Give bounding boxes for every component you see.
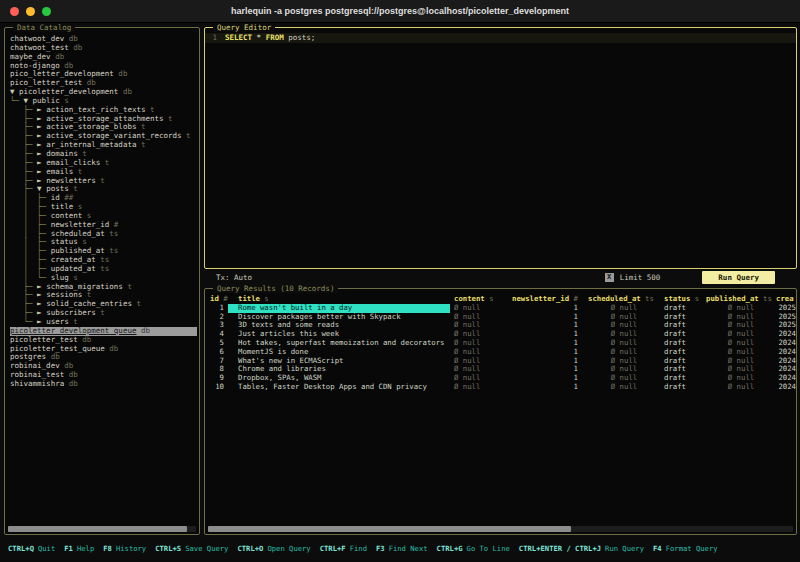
- collapsed-arrow-icon[interactable]: ►: [37, 308, 46, 317]
- column-header-content[interactable]: content s: [450, 295, 512, 304]
- result-cell[interactable]: Just articles this week: [228, 330, 450, 339]
- shortcut-history[interactable]: F8History: [103, 544, 146, 553]
- result-cell[interactable]: 1: [512, 374, 588, 383]
- result-cell[interactable]: Ø null: [706, 313, 776, 322]
- result-cell[interactable]: 10: [208, 383, 228, 392]
- result-cell[interactable]: Ø null: [450, 304, 512, 313]
- result-cell[interactable]: Discover packages better with Skypack: [228, 313, 450, 322]
- result-cell[interactable]: 2024: [776, 330, 796, 339]
- result-cell[interactable]: 5: [208, 339, 228, 348]
- result-cell[interactable]: Ø null: [450, 383, 512, 392]
- run-query-button[interactable]: Run Query: [702, 271, 775, 284]
- collapsed-arrow-icon[interactable]: ►: [37, 105, 46, 114]
- limit-checkbox[interactable]: X: [605, 273, 614, 282]
- shortcut-quit[interactable]: CTRL+QQuit: [8, 544, 55, 553]
- result-cell[interactable]: Ø null: [588, 339, 660, 348]
- result-cell[interactable]: Ø null: [588, 348, 660, 357]
- result-cell[interactable]: Ø null: [450, 330, 512, 339]
- collapsed-arrow-icon[interactable]: ►: [37, 299, 46, 308]
- result-cell[interactable]: Chrome and libraries: [228, 365, 450, 374]
- result-cell[interactable]: Ø null: [588, 374, 660, 383]
- result-cell[interactable]: draft: [660, 383, 706, 392]
- column-header-title[interactable]: title s: [228, 295, 450, 304]
- result-cell[interactable]: 1: [512, 304, 588, 313]
- result-row-6[interactable]: 6MomentJS is doneØ null1Ø nulldraftØ nul…: [208, 348, 796, 357]
- result-cell[interactable]: 2025: [776, 321, 796, 330]
- shortcut-help[interactable]: F1Help: [64, 544, 94, 553]
- column-header-status[interactable]: status s: [660, 295, 706, 304]
- result-row-10[interactable]: 10Tables, Faster Desktop Apps and CDN pr…: [208, 383, 796, 392]
- expanded-arrow-icon[interactable]: ▼: [10, 87, 19, 96]
- result-cell[interactable]: Ø null: [588, 383, 660, 392]
- shortcut-go-to-line[interactable]: CTRL+GGo To Line: [437, 544, 510, 553]
- result-cell[interactable]: 2024: [776, 383, 796, 392]
- result-cell[interactable]: draft: [660, 321, 706, 330]
- result-cell[interactable]: Ø null: [706, 304, 776, 313]
- sql-statement[interactable]: SELECT * FROM posts;: [225, 33, 315, 43]
- shortcut-open-query[interactable]: CTRL+OOpen Query: [237, 544, 310, 553]
- result-cell[interactable]: Ø null: [706, 321, 776, 330]
- result-cell[interactable]: Hot takes, superfast memoization and dec…: [228, 339, 450, 348]
- result-cell[interactable]: 3: [208, 321, 228, 330]
- result-cell[interactable]: draft: [660, 348, 706, 357]
- result-cell[interactable]: 1: [512, 357, 588, 366]
- result-cell[interactable]: 2024: [776, 339, 796, 348]
- result-cell[interactable]: 1: [208, 304, 228, 313]
- result-cell[interactable]: draft: [660, 374, 706, 383]
- result-cell[interactable]: 3D texts and some reads: [228, 321, 450, 330]
- catalog-scrollbar-thumb[interactable]: [8, 526, 187, 532]
- result-cell[interactable]: What's new in ECMAScript: [228, 357, 450, 366]
- result-cell[interactable]: Ø null: [450, 313, 512, 322]
- result-row-5[interactable]: 5Hot takes, superfast memoization and de…: [208, 339, 796, 348]
- result-cell[interactable]: Ø null: [450, 348, 512, 357]
- result-cell[interactable]: 1: [512, 348, 588, 357]
- result-cell[interactable]: Ø null: [588, 330, 660, 339]
- result-row-3[interactable]: 33D texts and some readsØ null1Ø nulldra…: [208, 321, 796, 330]
- collapsed-arrow-icon[interactable]: ►: [37, 131, 46, 140]
- shortcut-find[interactable]: CTRL+FFind: [320, 544, 367, 553]
- limit-label[interactable]: Limit 500: [620, 273, 661, 282]
- result-cell[interactable]: Ø null: [450, 357, 512, 366]
- result-row-9[interactable]: 9Dropbox, SPAs, WASMØ null1Ø nulldraftØ …: [208, 374, 796, 383]
- result-cell[interactable]: Ø null: [450, 365, 512, 374]
- result-cell[interactable]: 2025: [776, 313, 796, 322]
- result-cell[interactable]: 2024: [776, 348, 796, 357]
- result-cell[interactable]: Ø null: [706, 339, 776, 348]
- result-cell[interactable]: draft: [660, 330, 706, 339]
- result-cell[interactable]: 2: [208, 313, 228, 322]
- result-row-2[interactable]: 2Discover packages better with SkypackØ …: [208, 313, 796, 322]
- result-cell[interactable]: 2025: [776, 304, 796, 313]
- result-cell[interactable]: Ø null: [706, 383, 776, 392]
- result-cell[interactable]: 2024: [776, 374, 796, 383]
- result-cell[interactable]: MomentJS is done: [228, 348, 450, 357]
- column-header-published_at[interactable]: published_at ts: [706, 295, 776, 304]
- result-row-7[interactable]: 7What's new in ECMAScriptØ null1Ø nulldr…: [208, 357, 796, 366]
- shortcut-format-query[interactable]: F4Format Query: [653, 544, 718, 553]
- collapsed-arrow-icon[interactable]: ►: [37, 167, 46, 176]
- shortcut-find-next[interactable]: F3Find Next: [376, 544, 428, 553]
- result-cell[interactable]: 9: [208, 374, 228, 383]
- editor-line[interactable]: 1 SELECT * FROM posts;: [205, 33, 796, 43]
- result-cell[interactable]: Ø null: [450, 339, 512, 348]
- collapsed-arrow-icon[interactable]: ►: [37, 317, 46, 326]
- result-cell[interactable]: Ø null: [706, 357, 776, 366]
- catalog-item-shivammishra[interactable]: shivammishra db: [10, 380, 197, 389]
- result-cell[interactable]: Ø null: [450, 374, 512, 383]
- result-cell[interactable]: 2024: [776, 365, 796, 374]
- result-cell[interactable]: Ø null: [588, 313, 660, 322]
- result-cell[interactable]: 1: [512, 321, 588, 330]
- expanded-arrow-icon[interactable]: ▼: [37, 184, 46, 193]
- result-cell[interactable]: Ø null: [588, 357, 660, 366]
- result-cell[interactable]: Ø null: [588, 365, 660, 374]
- result-cell[interactable]: draft: [660, 365, 706, 374]
- result-cell[interactable]: Dropbox, SPAs, WASM: [228, 374, 450, 383]
- result-cell[interactable]: draft: [660, 357, 706, 366]
- column-header-newsletter_id[interactable]: newsletter_id #: [512, 295, 588, 304]
- result-cell[interactable]: Rome wasn't built in a day: [228, 304, 450, 313]
- expanded-arrow-icon[interactable]: ▼: [24, 96, 33, 105]
- result-cell[interactable]: Ø null: [706, 374, 776, 383]
- catalog-horizontal-scrollbar[interactable]: [8, 526, 196, 532]
- result-cell[interactable]: Ø null: [706, 330, 776, 339]
- result-cell[interactable]: 7: [208, 357, 228, 366]
- result-row-4[interactable]: 4Just articles this weekØ null1Ø nulldra…: [208, 330, 796, 339]
